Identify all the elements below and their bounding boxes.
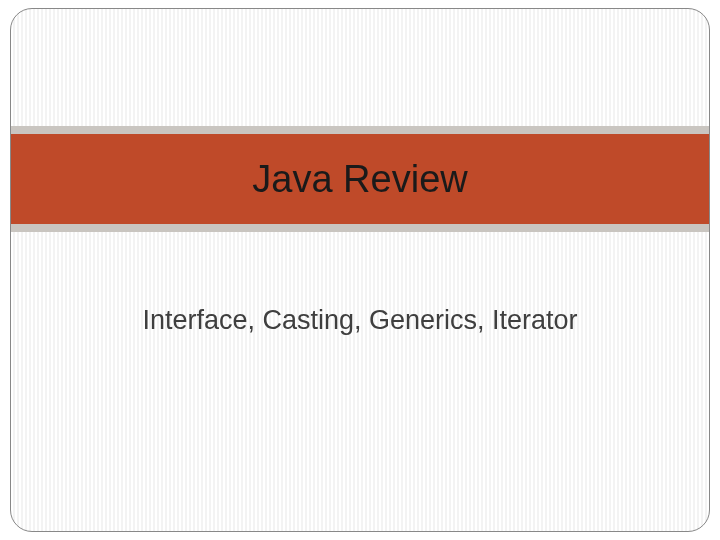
title-band: Java Review (11, 134, 709, 224)
title-accent-bar-bottom (11, 224, 709, 232)
title-accent-bar-top (11, 126, 709, 134)
slide-container: Java Review Interface, Casting, Generics… (10, 8, 710, 532)
slide-title: Java Review (252, 158, 467, 201)
slide-subtitle: Interface, Casting, Generics, Iterator (11, 305, 709, 336)
